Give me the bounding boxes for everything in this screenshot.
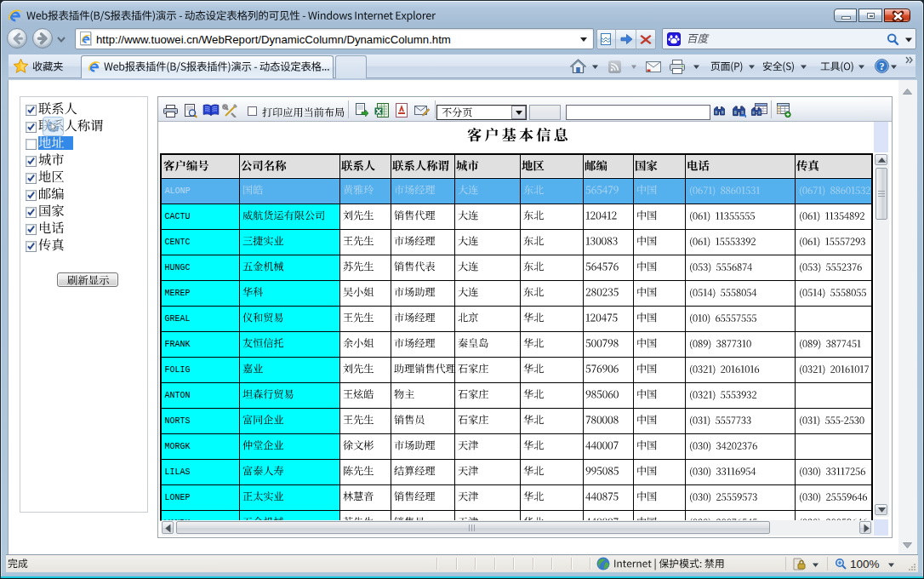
svg-text:?: ? [880,60,885,72]
